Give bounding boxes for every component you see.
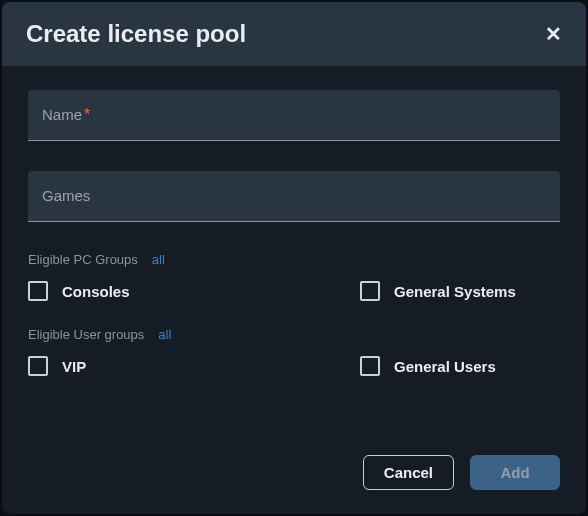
games-label: Games — [42, 187, 90, 204]
required-indicator: * — [84, 106, 90, 123]
pc-group-consoles[interactable]: Consoles — [28, 281, 360, 301]
pc-groups-head: Eligible PC Groups all — [28, 252, 560, 267]
user-group-vip[interactable]: VIP — [28, 356, 360, 376]
close-icon[interactable]: ✕ — [545, 24, 562, 44]
user-groups-section: Eligible User groups all VIP General Use… — [28, 327, 560, 376]
pc-group-general-systems[interactable]: General Systems — [360, 281, 560, 301]
pc-group-label: Consoles — [62, 283, 130, 300]
user-group-label: General Users — [394, 358, 496, 375]
modal-body: Name* Games Eligible PC Groups all Conso… — [2, 66, 586, 455]
checkbox-vip[interactable] — [28, 356, 48, 376]
games-field[interactable]: Games — [28, 171, 560, 222]
user-groups-row: VIP General Users — [28, 356, 560, 376]
name-field[interactable]: Name* — [28, 90, 560, 141]
pc-groups-section: Eligible PC Groups all Consoles General … — [28, 252, 560, 301]
cancel-button[interactable]: Cancel — [363, 455, 454, 490]
name-label: Name — [42, 106, 82, 123]
user-groups-title: Eligible User groups — [28, 327, 144, 342]
modal-header: Create license pool ✕ — [2, 2, 586, 66]
checkbox-general-systems[interactable] — [360, 281, 380, 301]
pc-group-label: General Systems — [394, 283, 516, 300]
checkbox-consoles[interactable] — [28, 281, 48, 301]
create-license-pool-modal: Create license pool ✕ Name* Games Eligib… — [2, 2, 586, 514]
user-groups-all-link[interactable]: all — [158, 327, 171, 342]
user-group-label: VIP — [62, 358, 86, 375]
modal-title: Create license pool — [26, 20, 246, 48]
checkbox-general-users[interactable] — [360, 356, 380, 376]
pc-groups-row: Consoles General Systems — [28, 281, 560, 301]
pc-groups-all-link[interactable]: all — [152, 252, 165, 267]
modal-footer: Cancel Add — [2, 455, 586, 514]
user-group-general-users[interactable]: General Users — [360, 356, 560, 376]
add-button[interactable]: Add — [470, 455, 560, 490]
user-groups-head: Eligible User groups all — [28, 327, 560, 342]
pc-groups-title: Eligible PC Groups — [28, 252, 138, 267]
